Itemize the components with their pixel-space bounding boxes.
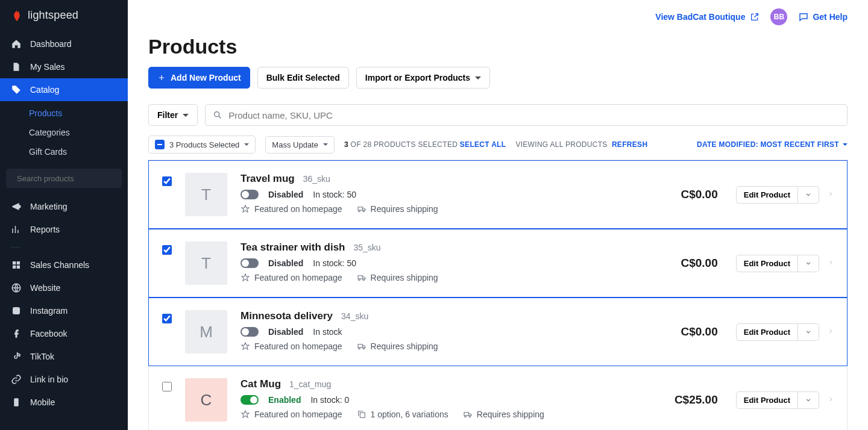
- nav-dashboard[interactable]: Dashboard: [0, 33, 128, 55]
- add-label: Add New Product: [171, 73, 241, 83]
- search-field[interactable]: [205, 104, 848, 126]
- stock-text: In stock: [313, 327, 342, 337]
- nav-marketing[interactable]: Marketing: [0, 195, 128, 218]
- row-checkbox[interactable]: [162, 245, 172, 255]
- sidebar-search-input[interactable]: [17, 174, 116, 183]
- stock-text: In stock: 50: [313, 258, 356, 268]
- tag-icon: [11, 84, 22, 95]
- nav-mobile[interactable]: Mobile: [0, 391, 128, 414]
- status-label: Disabled: [268, 258, 303, 268]
- chat-icon: [798, 11, 809, 22]
- edit-dropdown[interactable]: [798, 323, 819, 341]
- nav-link-in-bio[interactable]: Link in bio: [0, 368, 128, 391]
- mega-icon: [11, 201, 22, 212]
- sort-dropdown[interactable]: DATE MODIFIED: MOST RECENT FIRST: [697, 140, 848, 149]
- price: C$0.00: [681, 257, 717, 270]
- product-name: Minnesota delivery: [241, 310, 333, 322]
- featured-tag: Featured on homepage: [241, 341, 342, 351]
- edit-dropdown[interactable]: [798, 391, 819, 409]
- link-icon: [11, 374, 22, 385]
- nav-label: Link in bio: [30, 375, 68, 384]
- edit-dropdown[interactable]: [798, 255, 819, 272]
- bars-icon: [11, 224, 22, 235]
- edit-dropdown[interactable]: [798, 186, 819, 204]
- sidebar: lightspeed DashboardMy SalesCatalogProdu…: [0, 0, 128, 430]
- chevron-down-icon: [475, 76, 481, 83]
- edit-product-button[interactable]: Edit Product: [736, 255, 798, 272]
- enable-toggle[interactable]: [241, 327, 259, 337]
- product-thumb: T: [185, 241, 227, 285]
- featured-tag: Featured on homepage: [241, 410, 342, 419]
- svg-rect-8: [360, 413, 365, 417]
- grid-icon: [11, 260, 22, 270]
- enable-toggle[interactable]: [241, 395, 259, 405]
- select-all-link[interactable]: SELECT ALL: [460, 140, 506, 149]
- sidebar-search[interactable]: [6, 169, 122, 188]
- row-checkbox[interactable]: [162, 314, 172, 323]
- svg-point-6: [16, 405, 17, 406]
- subnav-categories[interactable]: Categories: [0, 123, 128, 142]
- bulk-label: Bulk Edit Selected: [266, 73, 340, 83]
- plus-icon: [157, 73, 166, 82]
- shipping-tag: Requires shipping: [357, 273, 438, 282]
- filter-button[interactable]: Filter: [148, 104, 198, 126]
- enable-toggle[interactable]: [241, 258, 259, 268]
- row-checkbox[interactable]: [162, 176, 172, 186]
- bulk-edit-button[interactable]: Bulk Edit Selected: [257, 67, 349, 89]
- shipping-tag: Requires shipping: [357, 204, 438, 214]
- globe-icon: [11, 282, 22, 293]
- filter-row: Filter: [148, 104, 848, 126]
- nav-label: My Sales: [30, 62, 65, 72]
- price: C$0.00: [681, 325, 717, 338]
- import-export-button[interactable]: Import or Export Products: [356, 67, 490, 89]
- nav-tiktok[interactable]: TikTok: [0, 345, 128, 368]
- sel-of: OF 28 PRODUCTS SELECTED: [348, 140, 460, 149]
- subnav-products[interactable]: Products: [0, 104, 128, 123]
- view-store-link[interactable]: View BadCat Boutique: [655, 12, 760, 22]
- nav-label: Instagram: [30, 306, 68, 316]
- edit-product-button[interactable]: Edit Product: [736, 186, 798, 204]
- open-product[interactable]: [828, 394, 834, 406]
- product-row: C Cat Mug1_cat_mug Enabled In stock: 0 F…: [148, 366, 848, 430]
- open-product[interactable]: [828, 258, 834, 269]
- chevron-down-icon: [183, 114, 189, 120]
- nav-facebook[interactable]: Facebook: [0, 322, 128, 345]
- nav-website[interactable]: Website: [0, 276, 128, 299]
- shipping-tag: Requires shipping: [357, 341, 438, 351]
- stock-text: In stock: 50: [313, 190, 356, 199]
- nav-instagram[interactable]: Instagram: [0, 299, 128, 322]
- avatar[interactable]: BB: [770, 8, 787, 25]
- status-label: Disabled: [268, 190, 303, 199]
- nav-my-sales[interactable]: My Sales: [0, 55, 128, 78]
- enable-toggle[interactable]: [241, 190, 259, 199]
- selection-dropdown[interactable]: 3 Products Selected: [148, 136, 256, 154]
- nav-reports[interactable]: Reports: [0, 218, 128, 241]
- open-product[interactable]: [828, 189, 834, 201]
- nav-catalog[interactable]: Catalog: [0, 78, 128, 101]
- doc-icon: [11, 61, 22, 72]
- nav-label: Dashboard: [30, 39, 72, 49]
- add-product-button[interactable]: Add New Product: [148, 67, 250, 89]
- refresh-link[interactable]: REFRESH: [612, 140, 647, 149]
- open-product[interactable]: [828, 326, 834, 338]
- nav-label: Facebook: [30, 329, 67, 338]
- help-link[interactable]: Get Help: [798, 11, 848, 22]
- filter-label: Filter: [157, 110, 178, 120]
- mass-update-dropdown[interactable]: Mass Update: [265, 136, 335, 154]
- edit-product-button[interactable]: Edit Product: [736, 391, 798, 409]
- sel-num: 3: [344, 140, 348, 149]
- svg-point-4: [18, 308, 19, 310]
- flame-icon: [11, 8, 23, 22]
- row-checkbox[interactable]: [162, 382, 172, 391]
- search-input[interactable]: [228, 110, 840, 120]
- selection-summary: 3 OF 28 PRODUCTS SELECTED SELECT ALL: [344, 140, 506, 149]
- edit-product-button[interactable]: Edit Product: [736, 323, 798, 341]
- brand-name: lightspeed: [28, 9, 78, 22]
- partial-checkbox-icon: [155, 140, 165, 149]
- subnav-gift-cards[interactable]: Gift Cards: [0, 142, 128, 161]
- svg-point-3: [14, 309, 17, 312]
- nav-sales-channels[interactable]: Sales Channels: [0, 254, 128, 276]
- nav: DashboardMy SalesCatalogProductsCategori…: [0, 33, 128, 414]
- brand: lightspeed: [0, 0, 128, 33]
- ig-icon: [11, 305, 22, 316]
